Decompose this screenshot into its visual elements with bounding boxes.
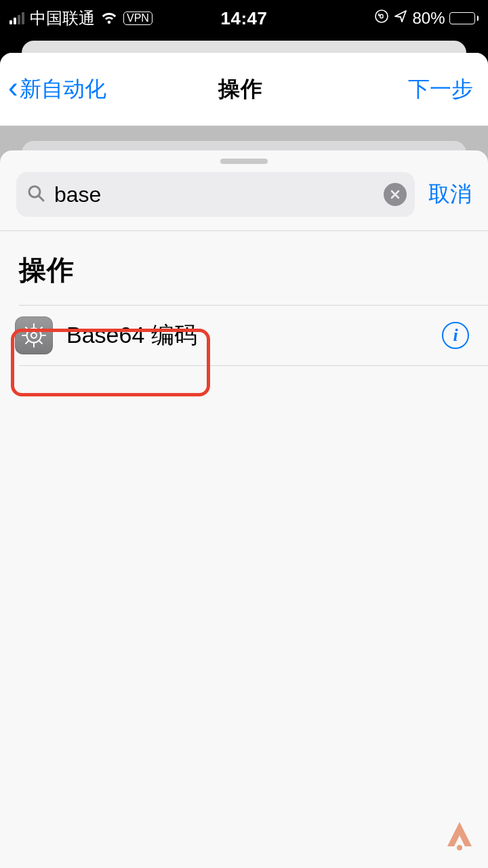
search-sheet: 取消 操作 Base64 编码 i	[0, 150, 488, 868]
navbar: ‹ 新自动化 操作 下一步	[0, 53, 488, 126]
svg-line-10	[26, 327, 28, 330]
page-title: 操作	[218, 75, 263, 104]
action-result-label: Base64 编码	[66, 320, 428, 351]
next-button[interactable]: 下一步	[408, 75, 473, 104]
search-icon	[26, 183, 46, 206]
gear-icon	[15, 316, 53, 354]
svg-line-11	[40, 342, 43, 344]
svg-point-4	[27, 329, 41, 343]
location-icon	[393, 9, 408, 28]
svg-point-14	[457, 845, 462, 850]
cell-signal-icon	[9, 12, 24, 24]
svg-line-3	[39, 196, 43, 201]
status-bar: 中国联通 VPN 14:47 80%	[0, 0, 488, 37]
clock: 14:47	[221, 8, 268, 29]
svg-line-13	[26, 342, 28, 344]
svg-point-5	[31, 333, 37, 338]
search-input[interactable]	[53, 182, 377, 208]
vpn-badge: VPN	[123, 12, 152, 25]
divider	[19, 365, 488, 366]
close-icon	[390, 189, 401, 200]
clear-search-button[interactable]	[384, 183, 407, 206]
sheet-grabber[interactable]	[220, 159, 268, 164]
battery-percent: 80%	[412, 9, 445, 28]
svg-rect-1	[380, 15, 383, 18]
battery-icon	[449, 12, 479, 24]
action-result-row[interactable]: Base64 编码 i	[0, 306, 488, 365]
svg-point-0	[375, 10, 388, 22]
wifi-icon	[100, 12, 118, 25]
back-button-label: 新自动化	[20, 75, 106, 104]
chevron-left-icon: ‹	[8, 79, 18, 96]
info-icon: i	[453, 327, 458, 344]
carrier-label: 中国联通	[30, 7, 95, 29]
search-field[interactable]	[16, 172, 415, 217]
watermark-icon	[443, 819, 476, 852]
back-button[interactable]: ‹ 新自动化	[8, 75, 218, 104]
rotation-lock-icon	[374, 9, 389, 28]
section-title: 操作	[19, 251, 469, 289]
info-button[interactable]: i	[442, 322, 469, 349]
cancel-button[interactable]: 取消	[428, 180, 472, 209]
svg-line-12	[40, 327, 43, 330]
